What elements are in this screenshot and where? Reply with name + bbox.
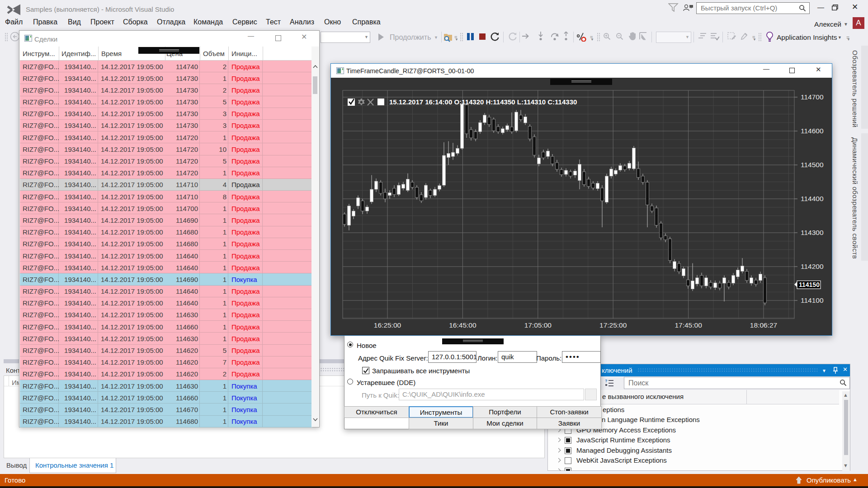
svg-text:114400: 114400 <box>801 195 824 202</box>
svg-text:17:45:00: 17:45:00 <box>675 321 702 329</box>
svg-text:114300: 114300 <box>801 229 824 236</box>
svg-text:18:06:27: 18:06:27 <box>750 321 777 329</box>
svg-text:114150: 114150 <box>799 281 820 288</box>
svg-text:114700: 114700 <box>801 93 824 101</box>
svg-text:17:25:00: 17:25:00 <box>599 321 627 329</box>
svg-text:114500: 114500 <box>801 161 824 169</box>
svg-text:114200: 114200 <box>801 263 824 270</box>
svg-text:16:25:00: 16:25:00 <box>374 321 401 329</box>
svg-text:114600: 114600 <box>801 127 824 135</box>
svg-text:15.12.2017 16:14:00 O:114320 H: 15.12.2017 16:14:00 O:114320 H:114350 L:… <box>389 98 577 106</box>
svg-text:17:05:00: 17:05:00 <box>524 321 552 329</box>
svg-text:16:45:00: 16:45:00 <box>449 321 476 329</box>
svg-text:114100: 114100 <box>801 296 824 304</box>
svg-text:?: ? <box>605 379 608 383</box>
